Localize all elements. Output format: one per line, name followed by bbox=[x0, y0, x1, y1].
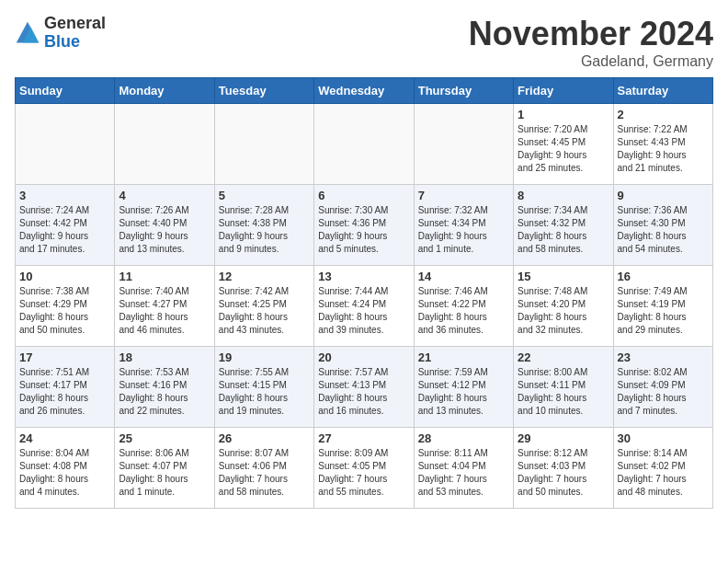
calendar-cell: 20Sunrise: 7:57 AM Sunset: 4:13 PM Dayli… bbox=[314, 347, 414, 428]
day-number: 9 bbox=[618, 189, 709, 202]
day-info: Sunrise: 8:14 AM Sunset: 4:02 PM Dayligh… bbox=[618, 447, 709, 499]
day-number: 18 bbox=[119, 350, 210, 364]
day-number: 15 bbox=[518, 270, 609, 283]
day-number: 24 bbox=[19, 431, 110, 445]
day-number: 30 bbox=[618, 431, 709, 445]
calendar-cell: 12Sunrise: 7:42 AM Sunset: 4:25 PM Dayli… bbox=[214, 266, 313, 347]
calendar-week-row: 17Sunrise: 7:51 AM Sunset: 4:17 PM Dayli… bbox=[16, 347, 713, 428]
calendar-week-row: 3Sunrise: 7:24 AM Sunset: 4:42 PM Daylig… bbox=[16, 185, 713, 266]
calendar-week-row: 24Sunrise: 8:04 AM Sunset: 4:08 PM Dayli… bbox=[16, 428, 713, 509]
day-info: Sunrise: 7:36 AM Sunset: 4:30 PM Dayligh… bbox=[618, 204, 709, 256]
day-info: Sunrise: 8:11 AM Sunset: 4:04 PM Dayligh… bbox=[418, 447, 509, 499]
day-info: Sunrise: 8:09 AM Sunset: 4:05 PM Dayligh… bbox=[318, 447, 409, 499]
title-area: November 2024 Gadeland, Germany bbox=[469, 15, 713, 70]
calendar-cell: 19Sunrise: 7:55 AM Sunset: 4:15 PM Dayli… bbox=[214, 347, 313, 428]
calendar-cell: 15Sunrise: 7:48 AM Sunset: 4:20 PM Dayli… bbox=[514, 266, 613, 347]
calendar-cell: 5Sunrise: 7:28 AM Sunset: 4:38 PM Daylig… bbox=[214, 185, 313, 266]
day-info: Sunrise: 8:04 AM Sunset: 4:08 PM Dayligh… bbox=[19, 447, 110, 499]
day-number: 14 bbox=[418, 270, 509, 283]
day-number: 6 bbox=[318, 189, 409, 202]
calendar-cell: 24Sunrise: 8:04 AM Sunset: 4:08 PM Dayli… bbox=[16, 428, 115, 509]
weekday-header-wednesday: Wednesday bbox=[314, 78, 414, 104]
day-info: Sunrise: 7:26 AM Sunset: 4:40 PM Dayligh… bbox=[119, 204, 210, 256]
day-info: Sunrise: 8:12 AM Sunset: 4:03 PM Dayligh… bbox=[518, 447, 609, 499]
calendar-cell: 8Sunrise: 7:34 AM Sunset: 4:32 PM Daylig… bbox=[514, 185, 613, 266]
location-title: Gadeland, Germany bbox=[469, 53, 713, 70]
calendar-cell bbox=[314, 104, 414, 185]
calendar-cell: 21Sunrise: 7:59 AM Sunset: 4:12 PM Dayli… bbox=[414, 347, 513, 428]
day-info: Sunrise: 7:57 AM Sunset: 4:13 PM Dayligh… bbox=[318, 366, 409, 418]
day-number: 11 bbox=[119, 270, 210, 283]
logo-icon bbox=[15, 20, 40, 46]
calendar-cell: 25Sunrise: 8:06 AM Sunset: 4:07 PM Dayli… bbox=[115, 428, 214, 509]
logo-blue: Blue bbox=[44, 33, 106, 52]
day-number: 21 bbox=[418, 350, 509, 364]
calendar-cell: 30Sunrise: 8:14 AM Sunset: 4:02 PM Dayli… bbox=[613, 428, 712, 509]
calendar-cell: 27Sunrise: 8:09 AM Sunset: 4:05 PM Dayli… bbox=[314, 428, 414, 509]
day-number: 2 bbox=[618, 108, 709, 121]
day-info: Sunrise: 8:06 AM Sunset: 4:07 PM Dayligh… bbox=[119, 447, 210, 499]
day-number: 7 bbox=[418, 189, 509, 202]
day-info: Sunrise: 7:24 AM Sunset: 4:42 PM Dayligh… bbox=[19, 204, 110, 256]
day-info: Sunrise: 7:59 AM Sunset: 4:12 PM Dayligh… bbox=[418, 366, 509, 418]
calendar-cell: 3Sunrise: 7:24 AM Sunset: 4:42 PM Daylig… bbox=[16, 185, 115, 266]
calendar-cell: 29Sunrise: 8:12 AM Sunset: 4:03 PM Dayli… bbox=[514, 428, 613, 509]
day-info: Sunrise: 7:53 AM Sunset: 4:16 PM Dayligh… bbox=[119, 366, 210, 418]
calendar-cell: 6Sunrise: 7:30 AM Sunset: 4:36 PM Daylig… bbox=[314, 185, 414, 266]
day-info: Sunrise: 8:00 AM Sunset: 4:11 PM Dayligh… bbox=[518, 366, 609, 418]
calendar-cell: 2Sunrise: 7:22 AM Sunset: 4:43 PM Daylig… bbox=[613, 104, 712, 185]
day-info: Sunrise: 8:02 AM Sunset: 4:09 PM Dayligh… bbox=[618, 366, 709, 418]
day-info: Sunrise: 7:55 AM Sunset: 4:15 PM Dayligh… bbox=[219, 366, 310, 418]
calendar-cell bbox=[414, 104, 513, 185]
day-info: Sunrise: 8:07 AM Sunset: 4:06 PM Dayligh… bbox=[219, 447, 310, 499]
day-number: 8 bbox=[518, 189, 609, 202]
calendar-table: SundayMondayTuesdayWednesdayThursdayFrid… bbox=[15, 77, 713, 509]
calendar-week-row: 1Sunrise: 7:20 AM Sunset: 4:45 PM Daylig… bbox=[16, 104, 713, 185]
day-number: 5 bbox=[219, 189, 310, 202]
day-number: 17 bbox=[19, 350, 110, 364]
day-number: 13 bbox=[318, 270, 409, 283]
weekday-header-monday: Monday bbox=[115, 78, 214, 104]
calendar-cell: 1Sunrise: 7:20 AM Sunset: 4:45 PM Daylig… bbox=[514, 104, 613, 185]
calendar-cell: 13Sunrise: 7:44 AM Sunset: 4:24 PM Dayli… bbox=[314, 266, 414, 347]
day-info: Sunrise: 7:20 AM Sunset: 4:45 PM Dayligh… bbox=[518, 123, 609, 175]
calendar-cell: 17Sunrise: 7:51 AM Sunset: 4:17 PM Dayli… bbox=[16, 347, 115, 428]
day-number: 22 bbox=[518, 350, 609, 364]
logo-general: General bbox=[44, 15, 106, 33]
day-info: Sunrise: 7:51 AM Sunset: 4:17 PM Dayligh… bbox=[19, 366, 110, 418]
day-number: 1 bbox=[518, 108, 609, 121]
calendar-cell: 16Sunrise: 7:49 AM Sunset: 4:19 PM Dayli… bbox=[613, 266, 712, 347]
day-number: 23 bbox=[618, 350, 709, 364]
weekday-header-row: SundayMondayTuesdayWednesdayThursdayFrid… bbox=[16, 78, 713, 104]
calendar-cell: 23Sunrise: 8:02 AM Sunset: 4:09 PM Dayli… bbox=[613, 347, 712, 428]
month-title: November 2024 bbox=[469, 15, 713, 53]
day-info: Sunrise: 7:40 AM Sunset: 4:27 PM Dayligh… bbox=[119, 285, 210, 337]
day-info: Sunrise: 7:38 AM Sunset: 4:29 PM Dayligh… bbox=[19, 285, 110, 337]
day-number: 28 bbox=[418, 431, 509, 445]
day-number: 26 bbox=[219, 431, 310, 445]
calendar-cell: 9Sunrise: 7:36 AM Sunset: 4:30 PM Daylig… bbox=[613, 185, 712, 266]
day-number: 10 bbox=[19, 270, 110, 283]
day-info: Sunrise: 7:48 AM Sunset: 4:20 PM Dayligh… bbox=[518, 285, 609, 337]
weekday-header-saturday: Saturday bbox=[613, 78, 712, 104]
calendar-cell: 14Sunrise: 7:46 AM Sunset: 4:22 PM Dayli… bbox=[414, 266, 513, 347]
day-number: 19 bbox=[219, 350, 310, 364]
calendar-cell bbox=[16, 104, 115, 185]
day-number: 27 bbox=[318, 431, 409, 445]
day-number: 20 bbox=[318, 350, 409, 364]
header: General Blue November 2024 Gadeland, Ger… bbox=[15, 15, 713, 70]
day-info: Sunrise: 7:22 AM Sunset: 4:43 PM Dayligh… bbox=[618, 123, 709, 175]
day-number: 29 bbox=[518, 431, 609, 445]
day-number: 4 bbox=[119, 189, 210, 202]
calendar-cell bbox=[214, 104, 313, 185]
day-number: 25 bbox=[119, 431, 210, 445]
weekday-header-tuesday: Tuesday bbox=[214, 78, 313, 104]
day-info: Sunrise: 7:32 AM Sunset: 4:34 PM Dayligh… bbox=[418, 204, 509, 256]
calendar-cell: 26Sunrise: 8:07 AM Sunset: 4:06 PM Dayli… bbox=[214, 428, 313, 509]
day-number: 12 bbox=[219, 270, 310, 283]
day-number: 3 bbox=[19, 189, 110, 202]
calendar-cell: 11Sunrise: 7:40 AM Sunset: 4:27 PM Dayli… bbox=[115, 266, 214, 347]
day-number: 16 bbox=[618, 270, 709, 283]
weekday-header-sunday: Sunday bbox=[16, 78, 115, 104]
day-info: Sunrise: 7:42 AM Sunset: 4:25 PM Dayligh… bbox=[219, 285, 310, 337]
